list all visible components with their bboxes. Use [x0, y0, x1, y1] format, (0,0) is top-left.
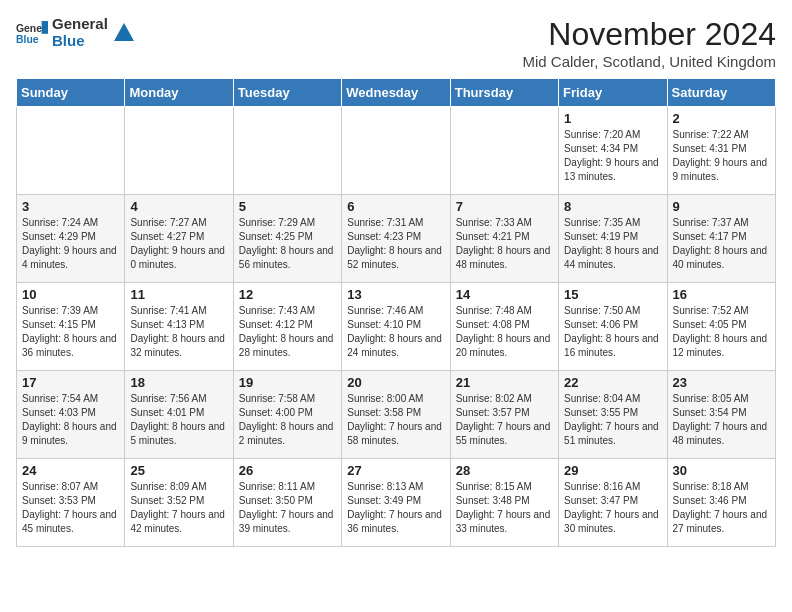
day-number: 24: [22, 463, 119, 478]
calendar-cell: 25Sunrise: 8:09 AMSunset: 3:52 PMDayligh…: [125, 459, 233, 547]
day-info: Sunrise: 7:46 AMSunset: 4:10 PMDaylight:…: [347, 304, 444, 360]
calendar-cell: 26Sunrise: 8:11 AMSunset: 3:50 PMDayligh…: [233, 459, 341, 547]
day-info: Sunrise: 7:31 AMSunset: 4:23 PMDaylight:…: [347, 216, 444, 272]
svg-marker-4: [114, 23, 134, 41]
calendar-cell: 18Sunrise: 7:56 AMSunset: 4:01 PMDayligh…: [125, 371, 233, 459]
calendar-cell: 23Sunrise: 8:05 AMSunset: 3:54 PMDayligh…: [667, 371, 775, 459]
day-number: 21: [456, 375, 553, 390]
day-info: Sunrise: 7:20 AMSunset: 4:34 PMDaylight:…: [564, 128, 661, 184]
day-info: Sunrise: 7:52 AMSunset: 4:05 PMDaylight:…: [673, 304, 770, 360]
day-number: 23: [673, 375, 770, 390]
logo: General Blue General Blue: [16, 16, 136, 49]
day-number: 6: [347, 199, 444, 214]
day-number: 13: [347, 287, 444, 302]
calendar-cell: [342, 107, 450, 195]
header-day-monday: Monday: [125, 79, 233, 107]
day-number: 8: [564, 199, 661, 214]
calendar-cell: 4Sunrise: 7:27 AMSunset: 4:27 PMDaylight…: [125, 195, 233, 283]
calendar-cell: [125, 107, 233, 195]
page-header: General Blue General Blue November 2024 …: [16, 16, 776, 70]
calendar-cell: 24Sunrise: 8:07 AMSunset: 3:53 PMDayligh…: [17, 459, 125, 547]
day-number: 5: [239, 199, 336, 214]
header-day-thursday: Thursday: [450, 79, 558, 107]
logo-triangle-icon: [112, 21, 136, 45]
calendar-cell: 30Sunrise: 8:18 AMSunset: 3:46 PMDayligh…: [667, 459, 775, 547]
day-number: 28: [456, 463, 553, 478]
calendar-body: 1Sunrise: 7:20 AMSunset: 4:34 PMDaylight…: [17, 107, 776, 547]
calendar-cell: 2Sunrise: 7:22 AMSunset: 4:31 PMDaylight…: [667, 107, 775, 195]
day-number: 16: [673, 287, 770, 302]
header-day-saturday: Saturday: [667, 79, 775, 107]
week-row-2: 3Sunrise: 7:24 AMSunset: 4:29 PMDaylight…: [17, 195, 776, 283]
day-info: Sunrise: 8:09 AMSunset: 3:52 PMDaylight:…: [130, 480, 227, 536]
day-number: 25: [130, 463, 227, 478]
day-info: Sunrise: 7:43 AMSunset: 4:12 PMDaylight:…: [239, 304, 336, 360]
calendar-cell: 3Sunrise: 7:24 AMSunset: 4:29 PMDaylight…: [17, 195, 125, 283]
calendar-cell: 21Sunrise: 8:02 AMSunset: 3:57 PMDayligh…: [450, 371, 558, 459]
calendar-cell: [450, 107, 558, 195]
day-info: Sunrise: 7:22 AMSunset: 4:31 PMDaylight:…: [673, 128, 770, 184]
calendar-cell: 19Sunrise: 7:58 AMSunset: 4:00 PMDayligh…: [233, 371, 341, 459]
calendar-cell: 29Sunrise: 8:16 AMSunset: 3:47 PMDayligh…: [559, 459, 667, 547]
calendar-cell: 12Sunrise: 7:43 AMSunset: 4:12 PMDayligh…: [233, 283, 341, 371]
day-number: 2: [673, 111, 770, 126]
day-number: 7: [456, 199, 553, 214]
day-info: Sunrise: 7:48 AMSunset: 4:08 PMDaylight:…: [456, 304, 553, 360]
day-number: 20: [347, 375, 444, 390]
svg-marker-2: [42, 21, 48, 34]
day-number: 4: [130, 199, 227, 214]
day-info: Sunrise: 8:04 AMSunset: 3:55 PMDaylight:…: [564, 392, 661, 448]
calendar-cell: 20Sunrise: 8:00 AMSunset: 3:58 PMDayligh…: [342, 371, 450, 459]
header-day-wednesday: Wednesday: [342, 79, 450, 107]
day-number: 26: [239, 463, 336, 478]
day-number: 1: [564, 111, 661, 126]
day-info: Sunrise: 7:50 AMSunset: 4:06 PMDaylight:…: [564, 304, 661, 360]
logo-blue: Blue: [52, 33, 108, 50]
calendar-cell: [233, 107, 341, 195]
day-number: 17: [22, 375, 119, 390]
week-row-1: 1Sunrise: 7:20 AMSunset: 4:34 PMDaylight…: [17, 107, 776, 195]
calendar-cell: 7Sunrise: 7:33 AMSunset: 4:21 PMDaylight…: [450, 195, 558, 283]
calendar-cell: 13Sunrise: 7:46 AMSunset: 4:10 PMDayligh…: [342, 283, 450, 371]
week-row-5: 24Sunrise: 8:07 AMSunset: 3:53 PMDayligh…: [17, 459, 776, 547]
header-row: SundayMondayTuesdayWednesdayThursdayFrid…: [17, 79, 776, 107]
day-info: Sunrise: 8:07 AMSunset: 3:53 PMDaylight:…: [22, 480, 119, 536]
day-info: Sunrise: 7:29 AMSunset: 4:25 PMDaylight:…: [239, 216, 336, 272]
day-number: 19: [239, 375, 336, 390]
calendar-cell: 17Sunrise: 7:54 AMSunset: 4:03 PMDayligh…: [17, 371, 125, 459]
day-number: 29: [564, 463, 661, 478]
day-number: 10: [22, 287, 119, 302]
day-info: Sunrise: 8:16 AMSunset: 3:47 PMDaylight:…: [564, 480, 661, 536]
title-block: November 2024 Mid Calder, Scotland, Unit…: [523, 16, 776, 70]
day-number: 9: [673, 199, 770, 214]
calendar-cell: 15Sunrise: 7:50 AMSunset: 4:06 PMDayligh…: [559, 283, 667, 371]
day-info: Sunrise: 7:27 AMSunset: 4:27 PMDaylight:…: [130, 216, 227, 272]
calendar-cell: 11Sunrise: 7:41 AMSunset: 4:13 PMDayligh…: [125, 283, 233, 371]
header-day-friday: Friday: [559, 79, 667, 107]
day-info: Sunrise: 7:37 AMSunset: 4:17 PMDaylight:…: [673, 216, 770, 272]
calendar-cell: 1Sunrise: 7:20 AMSunset: 4:34 PMDaylight…: [559, 107, 667, 195]
calendar-cell: [17, 107, 125, 195]
day-number: 27: [347, 463, 444, 478]
day-info: Sunrise: 7:39 AMSunset: 4:15 PMDaylight:…: [22, 304, 119, 360]
day-number: 3: [22, 199, 119, 214]
day-number: 11: [130, 287, 227, 302]
day-number: 30: [673, 463, 770, 478]
day-number: 15: [564, 287, 661, 302]
calendar-table: SundayMondayTuesdayWednesdayThursdayFrid…: [16, 78, 776, 547]
logo-icon: General Blue: [16, 19, 48, 47]
day-info: Sunrise: 8:02 AMSunset: 3:57 PMDaylight:…: [456, 392, 553, 448]
day-info: Sunrise: 8:18 AMSunset: 3:46 PMDaylight:…: [673, 480, 770, 536]
location-subtitle: Mid Calder, Scotland, United Kingdom: [523, 53, 776, 70]
svg-text:Blue: Blue: [16, 34, 39, 45]
calendar-cell: 9Sunrise: 7:37 AMSunset: 4:17 PMDaylight…: [667, 195, 775, 283]
day-info: Sunrise: 7:35 AMSunset: 4:19 PMDaylight:…: [564, 216, 661, 272]
day-info: Sunrise: 7:24 AMSunset: 4:29 PMDaylight:…: [22, 216, 119, 272]
header-day-tuesday: Tuesday: [233, 79, 341, 107]
day-number: 22: [564, 375, 661, 390]
calendar-cell: 6Sunrise: 7:31 AMSunset: 4:23 PMDaylight…: [342, 195, 450, 283]
header-day-sunday: Sunday: [17, 79, 125, 107]
day-info: Sunrise: 8:00 AMSunset: 3:58 PMDaylight:…: [347, 392, 444, 448]
day-number: 12: [239, 287, 336, 302]
calendar-cell: 16Sunrise: 7:52 AMSunset: 4:05 PMDayligh…: [667, 283, 775, 371]
